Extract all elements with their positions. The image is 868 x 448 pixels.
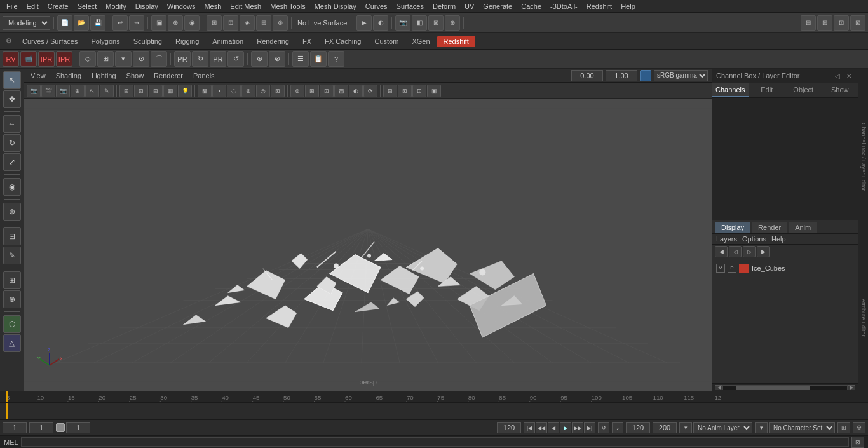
back-btn[interactable]: ◀ — [548, 422, 559, 433]
anim-layer-arrow[interactable]: ▾ — [679, 422, 692, 433]
layer-row-ice-cubes[interactable]: V P Ice_Cubes — [714, 261, 857, 276]
scroll-left-btn[interactable]: ◀ — [715, 385, 722, 390]
show-manip-btn[interactable]: ⊕ — [3, 203, 21, 221]
menu-file[interactable]: File — [3, 1, 22, 11]
lasso-btn[interactable]: ◉ — [184, 15, 200, 31]
tab-settings-btn[interactable]: ⚙ — [3, 35, 15, 48]
range-end-input[interactable] — [497, 422, 521, 433]
ch-tab-channels[interactable]: Channels — [712, 83, 749, 97]
rs-btn-5[interactable]: ◇ — [79, 51, 96, 67]
rs-btn-4[interactable]: IPR — [56, 51, 72, 67]
soft-select-btn[interactable]: ◉ — [3, 178, 21, 196]
rs-btn-12[interactable]: PR — [210, 51, 226, 67]
lasso-select-btn[interactable]: ⊟ — [3, 227, 21, 245]
menu-select[interactable]: Select — [74, 1, 101, 11]
select-mode-btn[interactable]: ▣ — [151, 15, 166, 31]
layer-playback-toggle[interactable]: P — [728, 264, 736, 273]
tab-sculpting[interactable]: Sculpting — [127, 36, 168, 47]
viewport-canvas[interactable]: persp X Y Z — [24, 99, 712, 391]
layer-tb-btn2[interactable]: ◁ — [729, 246, 742, 257]
vi-ao-btn[interactable]: ◎ — [256, 85, 270, 97]
rs-btn-18[interactable]: ? — [328, 51, 344, 67]
vi-shading1-btn[interactable]: ▩ — [198, 85, 212, 97]
vi-snap-btn[interactable]: ⊕ — [71, 85, 85, 97]
vi-rib-btn[interactable]: ⊟ — [149, 85, 163, 97]
vi-tex-btn[interactable]: ▦ — [163, 85, 177, 97]
tab-polygons[interactable]: Polygons — [85, 36, 126, 47]
rs-btn-6[interactable]: ⊞ — [97, 51, 114, 67]
vi-cam2-btn[interactable]: 📷 — [56, 85, 70, 97]
tab-redshift[interactable]: Redshift — [437, 36, 475, 47]
vi-hud-btn[interactable]: ⊛ — [290, 85, 304, 97]
safe-area-btn[interactable]: ⊕ — [445, 15, 460, 31]
current-frame-display[interactable] — [66, 422, 90, 433]
attribute-editor-label[interactable]: Attribute Editor — [860, 294, 867, 342]
vi-depth-btn[interactable]: ▨ — [334, 85, 348, 97]
layer-visibility-toggle[interactable]: V — [716, 264, 725, 273]
menu-mesh-display[interactable]: Mesh Display — [311, 1, 360, 11]
snap3-btn[interactable]: ◈ — [240, 15, 255, 31]
snap1-btn[interactable]: ⊞ — [207, 15, 222, 31]
channel-box-label[interactable]: Channel Box / Layer Editor — [860, 118, 867, 196]
vp-menu-show[interactable]: Show — [124, 72, 147, 79]
vi-poly-btn[interactable]: ⊡ — [134, 85, 148, 97]
menu-3dtoall[interactable]: -3DtoAll- — [546, 1, 581, 11]
anim-extra-btn1[interactable]: ⊞ — [837, 422, 850, 433]
vi-gate-btn[interactable]: ⊞ — [305, 85, 319, 97]
create-poly-btn[interactable]: ⬡ — [3, 315, 21, 333]
step-back-btn[interactable]: ◀◀ — [536, 422, 547, 433]
vp-menu-view[interactable]: View — [28, 72, 48, 79]
scroll-track[interactable] — [722, 385, 848, 390]
save-scene-btn[interactable]: 💾 — [90, 15, 105, 31]
snap5-btn[interactable]: ⊛ — [273, 15, 288, 31]
vi-light-btn[interactable]: 💡 — [178, 85, 192, 97]
transform-tool-btn[interactable]: ✥ — [3, 90, 21, 108]
display-btn[interactable]: ◧ — [412, 15, 427, 31]
tab-rigging[interactable]: Rigging — [169, 36, 205, 47]
menu-uv[interactable]: UV — [461, 1, 478, 11]
layer-menu-options[interactable]: Options — [742, 235, 766, 243]
rp-minimize-btn[interactable]: ◁ — [832, 71, 843, 81]
vp-menu-lighting[interactable]: Lighting — [89, 72, 119, 79]
ch-tab-object[interactable]: Object — [785, 83, 822, 97]
rs-btn-14[interactable]: ⊛ — [251, 51, 268, 67]
tab-fx[interactable]: FX — [296, 36, 318, 47]
vi-film-btn[interactable]: 🎬 — [41, 85, 55, 97]
menu-generate[interactable]: Generate — [479, 1, 516, 11]
vi-res1-btn[interactable]: ⊟ — [383, 85, 397, 97]
ch-tab-edit[interactable]: Edit — [749, 83, 786, 97]
render-view-btn[interactable]: ▶ — [356, 15, 372, 31]
vp-menu-panels[interactable]: Panels — [191, 72, 217, 79]
audio-btn[interactable]: ♪ — [612, 422, 623, 433]
menu-display[interactable]: Display — [132, 1, 162, 11]
go-end-btn[interactable]: ▶| — [584, 422, 595, 433]
current-frame-input[interactable] — [29, 422, 53, 433]
vi-shading2-btn[interactable]: ▪ — [212, 85, 226, 97]
rs-btn-10[interactable]: PR — [174, 51, 191, 67]
menu-mesh[interactable]: Mesh — [200, 1, 225, 11]
menu-redshift[interactable]: Redshift — [583, 1, 616, 11]
gamma-input[interactable] — [606, 70, 637, 81]
ch-tab-show[interactable]: Show — [822, 83, 858, 97]
layer-tb-btn3[interactable]: ▷ — [743, 246, 756, 257]
exposure-input[interactable] — [571, 70, 603, 81]
timeline-ruler[interactable]: 5 10 15 20 25 30 35 40 45 50 55 60 65 70… — [0, 391, 868, 403]
color-profile-select[interactable]: sRGB gamma — [654, 70, 708, 81]
menu-edit[interactable]: Edit — [23, 1, 43, 11]
anim-layer-select[interactable]: No Anim Layer — [693, 422, 752, 433]
rs-btn-3[interactable]: IPR — [38, 51, 55, 67]
forward-btn[interactable]: ▶▶ — [572, 422, 583, 433]
tab-curves-surfaces[interactable]: Curves / Surfaces — [16, 36, 84, 47]
vi-sof-btn[interactable]: ◐ — [349, 85, 363, 97]
tab-custom[interactable]: Custom — [369, 36, 405, 47]
layout4-btn[interactable]: ⊠ — [850, 15, 865, 31]
snap2-btn[interactable]: ⊡ — [223, 15, 238, 31]
move-mode-btn[interactable]: ⊕ — [168, 15, 183, 31]
vi-res3-btn[interactable]: ⊡ — [412, 85, 426, 97]
rs-btn-16[interactable]: ☰ — [292, 51, 309, 67]
res-btn[interactable]: ⊠ — [428, 15, 444, 31]
total-end-input[interactable] — [626, 422, 650, 433]
open-scene-btn[interactable]: 📂 — [74, 15, 89, 31]
workspace-selector[interactable]: Modeling — [3, 16, 50, 30]
camera-btn[interactable]: 📷 — [395, 15, 410, 31]
